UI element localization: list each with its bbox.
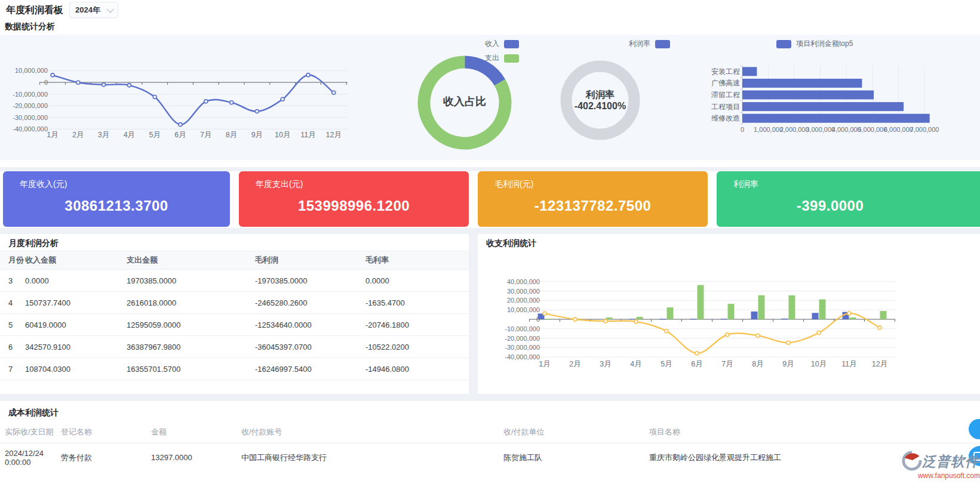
- svg-text:20,000,000: 20,000,000: [507, 297, 540, 304]
- table-row: 560419.000012595059.0000-12534640.0000-2…: [0, 314, 469, 336]
- legend-item-expense[interactable]: 支出: [485, 53, 519, 63]
- svg-text:11月: 11月: [300, 131, 315, 139]
- legend-item-profit-rate[interactable]: 利润率: [629, 39, 670, 49]
- column-header: 收/付款账号: [241, 421, 503, 443]
- legend-label: 利润率: [629, 39, 650, 49]
- card-annual-expense: 年度支出(元) 153998996.1200: [239, 171, 469, 227]
- vendor-url[interactable]: www.fanpusoft.com: [902, 471, 980, 480]
- cost-profit-title: 成本利润统计: [8, 408, 59, 418]
- svg-text:-30,000,000: -30,000,000: [13, 114, 48, 121]
- cell: 36387967.9800: [126, 336, 254, 358]
- cell: -20746.1800: [365, 314, 469, 336]
- monthly-profit-table: 月份收入金额支出金额毛利润毛利率30.00001970385.0000-1970…: [0, 251, 469, 380]
- annual-profit-dashboard: 年度利润看板 2024年 数据统计分析 10,000,0000-10,000,0…: [0, 0, 980, 490]
- chevron-down-icon: [107, 5, 115, 13]
- legend-item-income[interactable]: 收入: [485, 39, 519, 49]
- svg-text:5月: 5月: [660, 360, 672, 368]
- svg-text:6,000,000: 6,000,000: [884, 126, 913, 133]
- svg-text:40,000,000: 40,000,000: [507, 278, 540, 285]
- svg-text:1月: 1月: [539, 360, 550, 368]
- income-ratio-donut-label: 收入占比: [423, 94, 506, 109]
- cell: 陈贺施工队: [503, 443, 649, 472]
- cell: -2465280.2600: [254, 292, 365, 314]
- cell: 4: [0, 292, 24, 314]
- legend-swatch: [776, 40, 791, 48]
- cell: 7: [0, 358, 24, 380]
- profit-trend-line-chart[interactable]: 10,000,0000-10,000,000-20,000,000-30,000…: [0, 35, 382, 160]
- svg-text:安装工程: 安装工程: [711, 67, 740, 76]
- table-row: 4150737.74002616018.0000-2465280.2600-16…: [0, 292, 469, 314]
- table-header-row: 月份收入金额支出金额毛利润毛利率: [0, 251, 469, 270]
- cost-profit-table: 实际收/支日期登记名称金额收/付款账号收/付款单位项目名称2024/12/24 …: [0, 421, 980, 471]
- income-expense-panel: 收支利润统计 40,000,00030,000,00020,000,00010,…: [478, 234, 980, 394]
- svg-text:工程项目: 工程项目: [711, 103, 740, 111]
- cell: -36045397.0700: [254, 336, 365, 358]
- cost-profit-panel: 成本利润统计 实际收/支日期登记名称金额收/付款账号收/付款单位项目名称2024…: [0, 401, 980, 490]
- svg-text:滞留工程: 滞留工程: [711, 91, 740, 99]
- cell: 6: [0, 336, 24, 358]
- column-header: 支出金额: [126, 251, 254, 270]
- legend-swatch: [504, 54, 519, 63]
- table-row: 7108704.030016355701.5700-16246997.5400-…: [0, 358, 469, 380]
- svg-text:9月: 9月: [251, 131, 263, 139]
- table-row: 2024/12/24 0:00:00劳务付款13297.0000中国工商银行经华…: [0, 443, 980, 472]
- column-header: 月份: [0, 251, 24, 270]
- table-row: 30.00001970385.0000-1970385.00000.0000: [0, 270, 469, 292]
- divider: [469, 234, 478, 394]
- cell: -1635.4700: [365, 292, 469, 314]
- year-select[interactable]: 2024年: [69, 2, 118, 18]
- cell: 2616018.0000: [126, 292, 254, 314]
- svg-text:-20,000,000: -20,000,000: [13, 102, 48, 109]
- legend-swatch: [655, 40, 670, 48]
- svg-text:3月: 3月: [98, 131, 109, 139]
- legend-label: 支出: [485, 53, 499, 63]
- cell: 12595059.0000: [126, 314, 254, 336]
- page-title: 年度利润看板: [6, 4, 63, 17]
- svg-text:-10,000,000: -10,000,000: [13, 91, 48, 98]
- svg-text:1,000,000: 1,000,000: [754, 126, 783, 133]
- card-value: 153998996.1200: [239, 198, 469, 214]
- svg-text:2月: 2月: [72, 131, 84, 139]
- svg-text:6月: 6月: [691, 360, 702, 368]
- svg-text:广佛高速: 广佛高速: [711, 79, 740, 87]
- project-profit-top5-bar-chart[interactable]: 安装工程广佛高速滞留工程工程项目维修改造01,000,0002,000,0003…: [699, 35, 980, 160]
- cell: -10522.0200: [365, 336, 469, 358]
- svg-text:10月: 10月: [275, 131, 290, 139]
- column-header: 项目名称: [649, 421, 980, 443]
- cell: 0.0000: [365, 270, 469, 292]
- profit-rate-value: -402.4100%: [552, 100, 648, 112]
- svg-text:10,000,000: 10,000,000: [15, 67, 48, 74]
- stats-chart-strip: 10,000,0000-10,000,000-20,000,000-30,000…: [0, 35, 980, 160]
- svg-text:3,000,000: 3,000,000: [806, 126, 835, 133]
- svg-text:10月: 10月: [811, 360, 827, 368]
- column-header: 毛利润: [254, 251, 365, 270]
- svg-text:8月: 8月: [752, 360, 763, 368]
- card-label: 利润率: [717, 171, 980, 190]
- cell: 3: [0, 270, 24, 292]
- divider: [0, 167, 980, 171]
- svg-text:7月: 7月: [721, 360, 733, 368]
- svg-text:7,000,000: 7,000,000: [910, 126, 939, 133]
- income-expense-combo-chart[interactable]: 40,000,00030,000,00020,000,00010,000,000…: [478, 234, 980, 394]
- svg-text:4月: 4月: [124, 131, 135, 139]
- card-value: -399.0000: [717, 198, 944, 214]
- svg-text:-30,000,000: -30,000,000: [505, 344, 540, 351]
- svg-text:-10,000,000: -10,000,000: [505, 325, 540, 332]
- legend-label: 收入: [485, 39, 499, 49]
- fanpu-logo-icon: [902, 451, 922, 471]
- legend-item-top5[interactable]: 项目利润金额top5: [776, 39, 853, 49]
- card-label: 年度支出(元): [239, 171, 469, 190]
- svg-text:7月: 7月: [200, 131, 211, 139]
- profit-rate-title: 利润率: [552, 89, 648, 100]
- profit-rate-donut-label: 利润率 -402.4100%: [552, 89, 648, 112]
- monthly-profit-panel: 月度利润分析 月份收入金额支出金额毛利润毛利率30.00001970385.00…: [0, 234, 469, 394]
- cell: -12534640.0000: [254, 314, 365, 336]
- cell: 中国工商银行经华路支行: [241, 443, 503, 472]
- svg-text:4月: 4月: [630, 360, 641, 368]
- column-header: 金额: [150, 421, 241, 443]
- svg-text:1月: 1月: [47, 131, 58, 139]
- cell: 108704.0300: [24, 358, 126, 380]
- card-label: 年度收入(元): [3, 171, 230, 190]
- svg-text:3月: 3月: [600, 360, 611, 368]
- svg-text:-40,000,000: -40,000,000: [505, 353, 540, 360]
